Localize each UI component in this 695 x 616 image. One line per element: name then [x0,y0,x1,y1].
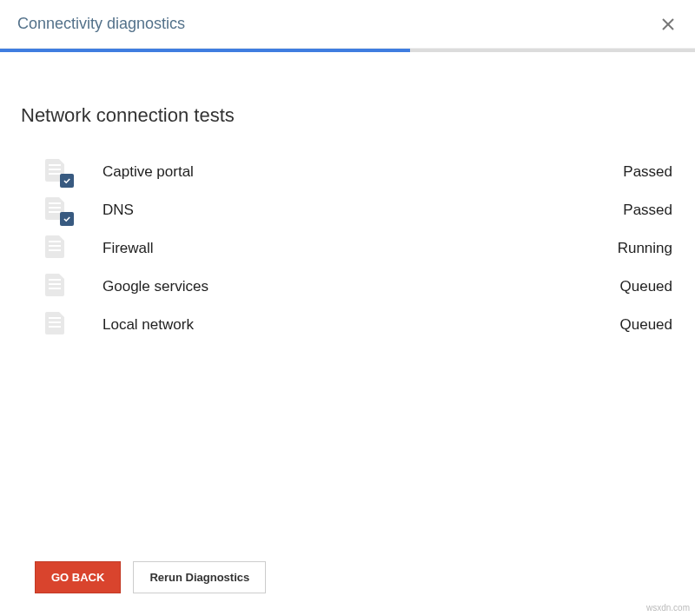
checkmark-icon [60,174,74,188]
diagnostics-window: Connectivity diagnostics Network connect… [0,0,695,616]
test-status: Running [618,240,674,257]
page-title: Connectivity diagnostics [17,15,185,33]
test-label: Google services [71,278,620,295]
test-status: Passed [623,163,674,181]
content-area: Network connection tests Captive portal … [0,52,695,561]
go-back-button[interactable]: GO BACK [35,561,121,593]
checkmark-icon [60,212,74,226]
test-label: Captive portal [71,163,623,181]
test-row[interactable]: Google services Queued [45,268,674,306]
header-bar: Connectivity diagnostics [0,0,695,49]
document-icon [45,159,71,185]
section-title: Network connection tests [21,104,674,127]
footer-bar: GO BACK Rerun Diagnostics [0,561,695,616]
progress-track [0,49,695,52]
rerun-diagnostics-button[interactable]: Rerun Diagnostics [133,561,266,593]
test-status: Queued [620,316,675,334]
watermark-text: wsxdn.com [646,603,690,613]
test-status: Passed [623,202,674,219]
test-label: DNS [71,202,623,219]
close-icon[interactable] [659,12,678,36]
test-label: Firewall [71,240,618,257]
test-status: Queued [620,278,675,295]
test-row[interactable]: Firewall Running [45,229,674,268]
document-icon [45,197,71,223]
document-icon [45,235,71,262]
progress-bar [0,49,410,52]
test-row[interactable]: Local network Queued [45,306,674,344]
tests-list: Captive portal Passed DNS Passed Firewal… [21,153,674,344]
document-icon [45,274,71,300]
test-row[interactable]: Captive portal Passed [45,153,674,191]
test-row[interactable]: DNS Passed [45,191,674,229]
test-label: Local network [71,316,620,334]
document-icon [45,312,71,338]
